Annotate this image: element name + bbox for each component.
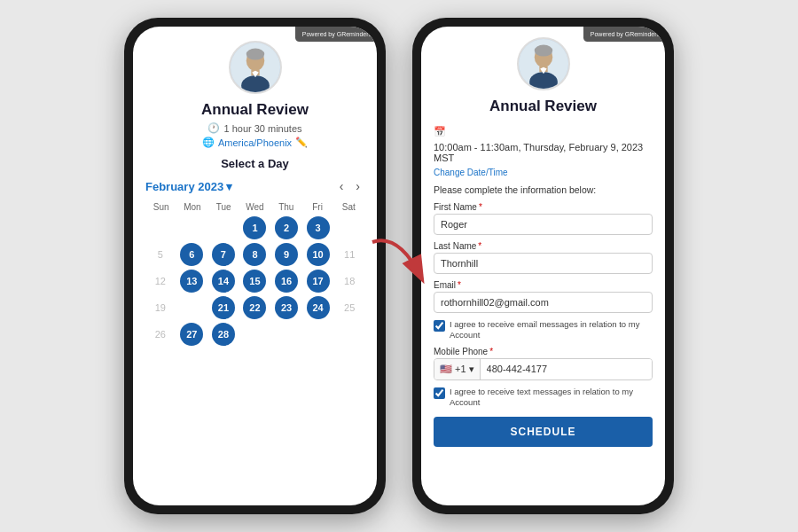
calendar-cell: 11 (334, 242, 364, 267)
clock-icon: 🕐 (207, 122, 220, 134)
required-star-fn: * (479, 202, 482, 212)
day-sat: Sat (333, 202, 364, 212)
calendar-day[interactable]: 7 (212, 243, 235, 266)
prev-month-button[interactable]: ‹ (335, 177, 348, 195)
calendar-day[interactable]: 15 (243, 270, 266, 293)
calendar-cell: 5 (145, 242, 176, 267)
month-label[interactable]: February 2023 ▾ (145, 180, 232, 193)
app-title-left: Annual Review (201, 101, 309, 119)
day-wed: Wed (239, 202, 270, 212)
month-text: February 2023 (145, 180, 223, 193)
calendar-cell (240, 322, 270, 347)
phone-input-row: 🇺🇸 +1 ▾ (434, 358, 653, 380)
edit-icon[interactable]: ✏️ (295, 137, 308, 148)
calendar-day: 11 (338, 243, 361, 266)
calendar-day[interactable]: 16 (275, 270, 298, 293)
calendar: February 2023 ▾ ‹ › Sun Mon Tue (145, 177, 364, 347)
right-phone-screen: Powered by GReminders Annu (421, 27, 665, 505)
flag-icon: 🇺🇸 (440, 364, 452, 375)
required-star-em: * (458, 280, 461, 290)
calendar-day[interactable]: 23 (275, 296, 298, 319)
calendar-day: 19 (149, 296, 172, 319)
dropdown-icon: ▾ (469, 364, 474, 375)
calendar-day[interactable]: 21 (212, 296, 235, 319)
right-phone: Powered by GReminders Annu (412, 18, 674, 514)
calendar-cell (208, 215, 239, 240)
calendar-cell: 3 (303, 215, 333, 240)
calendar-cell: 18 (334, 269, 364, 293)
first-name-label: First Name * (434, 202, 653, 212)
calendar-cell (303, 322, 333, 347)
calendar-cell: 6 (177, 242, 207, 267)
calendar-cell: 8 (240, 242, 270, 267)
email-checkbox[interactable] (434, 320, 445, 332)
calendar-cell: 25 (334, 295, 364, 320)
last-name-input[interactable] (434, 253, 653, 274)
first-name-group: First Name * (434, 202, 653, 235)
calendar-day[interactable]: 10 (307, 243, 330, 266)
email-checkbox-row: I agree to receive email messages in rel… (434, 319, 653, 341)
calendar-day[interactable]: 3 (307, 216, 330, 239)
calendar-cell: 26 (145, 322, 176, 347)
datetime-text: 10:00am - 11:30am, Thursday, February 9,… (434, 142, 653, 163)
next-month-button[interactable]: › (351, 177, 364, 195)
avatar-left (229, 41, 282, 94)
calendar-day[interactable]: 28 (212, 323, 235, 346)
first-name-input[interactable] (434, 214, 653, 235)
left-phone: Powered by GReminders (124, 18, 386, 514)
calendar-day[interactable]: 24 (307, 296, 330, 319)
duration-row: 🕐 1 hour 30 minutes (207, 122, 301, 134)
day-mon: Mon (176, 202, 207, 212)
select-day-label: Select a Day (221, 157, 289, 170)
day-fri: Fri (301, 202, 332, 212)
calendar-day[interactable]: 6 (180, 243, 203, 266)
phone-flag-select[interactable]: 🇺🇸 +1 ▾ (434, 359, 481, 379)
app-title-right: Annual Review (489, 98, 597, 115)
datetime-row: 📅 10:00am - 11:30am, Thursday, February … (434, 126, 653, 177)
scene: Powered by GReminders (0, 0, 798, 532)
chevron-down-icon: ▾ (226, 180, 232, 193)
calendar-cell: 22 (240, 295, 270, 320)
email-checkbox-label: I agree to receive email messages in rel… (450, 319, 653, 341)
country-code: +1 (455, 364, 466, 374)
calendar-cell (334, 322, 364, 347)
email-input[interactable] (434, 292, 653, 313)
calendar-day[interactable]: 9 (275, 243, 298, 266)
calendar-icon: 📅 (434, 126, 446, 137)
form-subtitle: Please complete the information below: (434, 184, 653, 195)
calendar-day[interactable]: 22 (243, 296, 266, 319)
timezone-row: 🌐 America/Phoenix ✏️ (202, 137, 308, 148)
calendar-cell: 16 (271, 269, 301, 293)
calendar-day[interactable]: 2 (275, 216, 298, 239)
calendar-cell: 17 (303, 269, 333, 293)
phone-checkbox-label: I agree to receive text messages in rela… (450, 387, 653, 409)
phone-checkbox[interactable] (434, 387, 445, 399)
calendar-day: 25 (338, 296, 361, 319)
calendar-day[interactable]: 8 (243, 243, 266, 266)
calendar-cell: 13 (177, 269, 207, 293)
calendar-cell: 1 (240, 215, 270, 240)
calendar-day[interactable]: 14 (212, 270, 235, 293)
email-group: Email * (434, 280, 653, 313)
calendar-day[interactable]: 27 (180, 323, 203, 346)
calendar-day[interactable]: 1 (243, 216, 266, 239)
calendar-days: 1235678910111213141516171819212223242526… (145, 215, 364, 347)
change-datetime-link[interactable]: Change Date/Time (434, 168, 508, 177)
required-star-ph: * (489, 347, 493, 356)
day-sun: Sun (145, 202, 176, 212)
day-headers: Sun Mon Tue Wed Thu Fri Sat (145, 202, 364, 212)
calendar-cell: 7 (208, 242, 239, 267)
calendar-day: 26 (149, 323, 172, 346)
calendar-cell: 19 (145, 295, 176, 320)
calendar-cell: 9 (271, 242, 301, 267)
schedule-button[interactable]: SCHEDULE (434, 417, 653, 447)
calendar-cell (145, 215, 176, 240)
calendar-day[interactable]: 13 (180, 270, 203, 293)
calendar-day[interactable]: 17 (307, 270, 330, 293)
avatar-right (517, 37, 570, 90)
calendar-cell: 12 (145, 269, 176, 293)
day-thu: Thu (270, 202, 301, 212)
calendar-cell (177, 295, 207, 320)
phone-number-input[interactable] (481, 359, 652, 379)
calendar-cell (334, 215, 364, 240)
